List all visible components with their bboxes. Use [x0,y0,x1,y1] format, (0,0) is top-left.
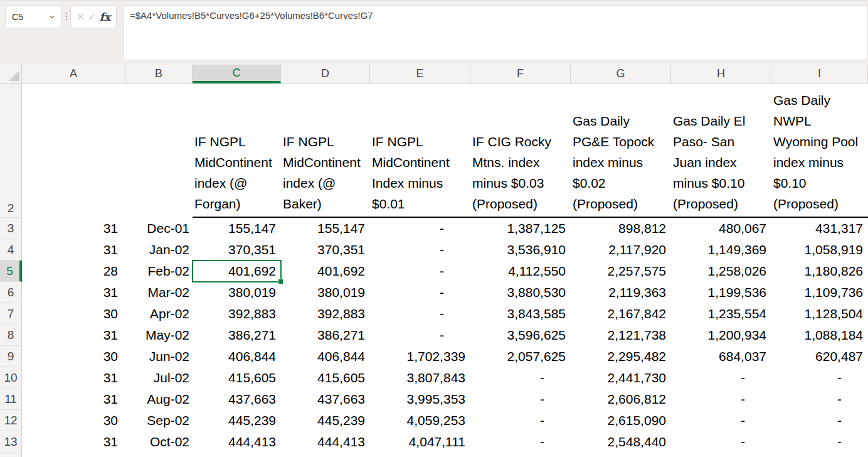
cell[interactable]: 444,413 [281,431,370,453]
cell[interactable]: 1,199,536 [671,282,771,303]
cell[interactable]: 1,058,919 [771,239,868,261]
cell[interactable]: 1,109,736 [771,282,868,303]
cell[interactable] [22,83,125,218]
cell[interactable]: 1,235,554 [671,303,771,325]
cell[interactable]: - [470,431,571,453]
cell[interactable]: - [470,389,571,410]
column-header-h[interactable]: H [671,65,771,83]
cell[interactable]: - [671,410,771,431]
cell[interactable]: 2,119,363 [571,282,671,303]
cell[interactable]: - [771,389,868,410]
cell[interactable]: 431,317 [771,218,868,239]
cell[interactable]: 155,147 [193,218,281,239]
cell[interactable]: 380,019 [193,282,281,303]
cell[interactable]: 406,844 [281,346,370,367]
cell[interactable]: Feb-02 [125,261,193,282]
cell[interactable]: 480,067 [671,218,771,239]
cell[interactable]: 386,271 [281,325,370,346]
cell[interactable]: 898,812 [571,218,671,239]
column-header-d[interactable]: D [281,65,370,83]
cell[interactable]: 3,843,585 [470,303,571,325]
cell[interactable]: Jun-02 [125,346,193,367]
cell[interactable]: - [470,367,571,389]
cell[interactable]: Apr-02 [125,303,193,325]
cell[interactable]: Gas Daily NWPL Wyoming Pool index minus … [771,83,868,218]
cell[interactable]: 2,295,482 [571,346,671,367]
cell[interactable]: - [771,410,868,431]
column-header-c[interactable]: C [193,65,281,83]
cell[interactable]: 1,387,125 [470,218,571,239]
cell[interactable]: 380,019 [281,282,370,303]
cell[interactable]: 437,663 [281,389,370,410]
column-header-a[interactable]: A [22,65,125,83]
column-header-b[interactable]: B [125,65,193,83]
cell[interactable]: 1,088,184 [771,325,868,346]
cell[interactable]: 31 [22,325,125,346]
row-header-14[interactable] [0,453,22,457]
cell[interactable]: 684,037 [671,346,771,367]
cell[interactable]: 3,596,625 [470,325,571,346]
name-box[interactable]: C5 ⌄ [5,5,61,28]
cell[interactable]: 4,059,253 [370,410,470,431]
cell[interactable]: Jan-02 [125,239,193,261]
cell[interactable]: 3,995,353 [370,389,470,410]
row-header-5[interactable]: 5 [0,261,22,282]
cell[interactable]: Dec-01 [125,218,193,239]
cell[interactable]: - [470,410,571,431]
column-header-e[interactable]: E [370,65,470,83]
cell[interactable]: 392,883 [193,303,281,325]
cell[interactable]: 1,149,369 [671,239,771,261]
cell[interactable]: - [370,303,470,325]
cell[interactable]: 370,351 [281,239,370,261]
enter-icon[interactable]: ✓ [88,11,96,23]
cell[interactable]: IF NGPL MidContinent index (@ Forgan) [193,83,281,218]
formula-input[interactable]: =$A4*Volumes!B5*Curves!G6+25*Volumes!B6*… [123,5,868,60]
cell[interactable]: 2,057,625 [470,346,571,367]
cell[interactable]: 620,487 [771,346,868,367]
cell[interactable]: 2,117,920 [571,239,671,261]
cell[interactable]: - [370,261,470,282]
cell[interactable]: 2,548,440 [571,431,671,453]
cell[interactable]: IF NGPL MidContinent Index minus $0.01 [370,83,470,218]
row-header-4[interactable]: 4 [0,239,22,261]
cell[interactable]: 1,128,504 [771,303,868,325]
cell[interactable]: 1,258,026 [671,261,771,282]
cell[interactable]: 2,257,575 [571,261,671,282]
cell[interactable]: 392,883 [281,303,370,325]
row-header-11[interactable]: 11 [0,389,22,410]
cell[interactable]: 445,239 [193,410,281,431]
cell[interactable]: 30 [22,346,125,367]
row-header-9[interactable]: 9 [0,346,22,367]
cell[interactable]: 28 [22,261,125,282]
cell[interactable]: 30 [22,303,125,325]
cell[interactable]: Jul-02 [125,367,193,389]
cell[interactable]: 415,605 [193,367,281,389]
row-header-8[interactable]: 8 [0,325,22,346]
cell[interactable]: - [771,431,868,453]
cell[interactable]: 2,167,842 [571,303,671,325]
cell[interactable]: 31 [22,367,125,389]
cell[interactable]: 155,147 [281,218,370,239]
cell[interactable]: 386,271 [193,325,281,346]
cell[interactable]: 31 [22,282,125,303]
cell[interactable]: 4,112,550 [470,261,571,282]
cell[interactable]: Oct-02 [125,431,193,453]
cell[interactable]: 3,880,530 [470,282,571,303]
cell[interactable]: May-02 [125,325,193,346]
row-header-2[interactable]: 2 [0,83,22,218]
cell[interactable]: 2,606,812 [571,389,671,410]
select-all-button[interactable] [0,65,22,83]
cell[interactable]: 1,702,339 [370,346,470,367]
selected-cell[interactable]: 401,692 [193,261,281,282]
column-header-f[interactable]: F [470,65,571,83]
cell[interactable]: 31 [22,389,125,410]
row-header-7[interactable]: 7 [0,303,22,325]
cell[interactable]: - [370,282,470,303]
cell[interactable]: 401,692 [281,261,370,282]
cell[interactable]: 31 [22,239,125,261]
column-header-g[interactable]: G [571,65,671,83]
cell[interactable]: 1,180,826 [771,261,868,282]
cell[interactable]: 3,536,910 [470,239,571,261]
cell[interactable]: - [671,367,771,389]
cell[interactable]: 2,121,738 [571,325,671,346]
